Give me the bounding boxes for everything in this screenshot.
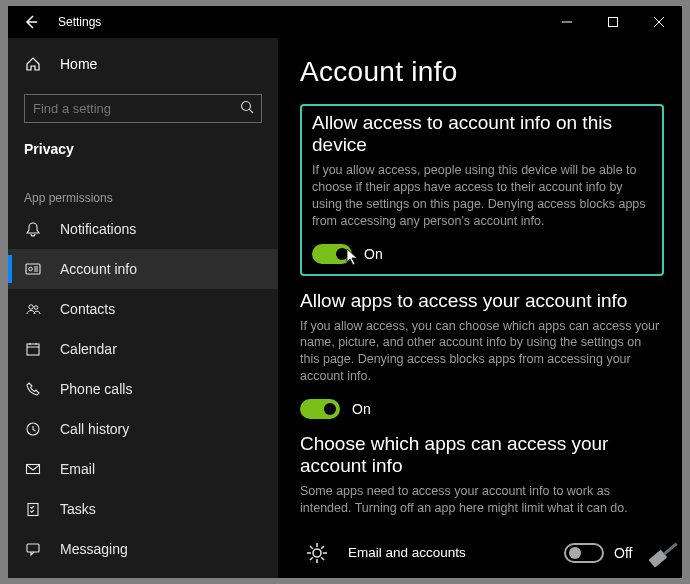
svg-rect-19 xyxy=(28,504,38,516)
app-row: Email and accountsOff xyxy=(300,531,664,575)
close-icon xyxy=(654,17,664,27)
svg-rect-20 xyxy=(27,544,39,552)
home-icon xyxy=(24,55,42,73)
mail-icon xyxy=(24,460,42,478)
sidebar-item-label: Notifications xyxy=(60,221,136,237)
svg-line-29 xyxy=(310,557,313,560)
section3-desc: Some apps need to access your account in… xyxy=(300,483,664,517)
sidebar: Home Privacy App permissions Notificatio… xyxy=(8,38,278,578)
window-controls xyxy=(544,6,682,38)
svg-line-26 xyxy=(310,546,313,549)
svg-line-28 xyxy=(321,546,324,549)
gear-icon xyxy=(300,536,334,570)
app-toggle[interactable] xyxy=(564,543,604,563)
account-icon xyxy=(24,260,42,278)
arrow-left-icon xyxy=(23,14,39,30)
sidebar-item-label: Contacts xyxy=(60,301,115,317)
settings-window: Settings Home xyxy=(8,6,682,578)
section-device-access: Allow access to account info on this dev… xyxy=(300,104,664,276)
sidebar-item-label: Calendar xyxy=(60,341,117,357)
svg-point-7 xyxy=(29,267,33,271)
sidebar-item-tasks[interactable]: Tasks xyxy=(8,489,278,529)
sidebar-item-label: Call history xyxy=(60,421,129,437)
message-icon xyxy=(24,540,42,558)
minimize-button[interactable] xyxy=(544,6,590,38)
svg-rect-13 xyxy=(27,344,39,355)
content-pane: Account info Allow access to account inf… xyxy=(278,38,682,578)
svg-point-4 xyxy=(242,101,251,110)
svg-line-5 xyxy=(249,109,253,113)
svg-point-21 xyxy=(313,549,321,557)
breadcrumb: Privacy xyxy=(8,123,278,165)
sidebar-item-contacts[interactable]: Contacts xyxy=(8,289,278,329)
sidebar-item-call-history[interactable]: Call history xyxy=(8,409,278,449)
search-icon xyxy=(240,100,254,118)
section1-desc: If you allow access, people using this d… xyxy=(312,162,652,230)
sidebar-item-account-info[interactable]: Account info xyxy=(8,249,278,289)
calendar-icon xyxy=(24,340,42,358)
home-label: Home xyxy=(60,56,97,72)
section-app-access: Allow apps to access your account info I… xyxy=(300,290,664,420)
app-access-toggle[interactable] xyxy=(300,399,340,419)
section2-title: Allow apps to access your account info xyxy=(300,290,664,312)
section1-title: Allow access to account info on this dev… xyxy=(312,112,652,156)
back-button[interactable] xyxy=(8,6,54,38)
sidebar-item-label: Tasks xyxy=(60,501,96,517)
svg-point-11 xyxy=(29,305,33,309)
svg-rect-1 xyxy=(609,18,618,27)
sidebar-section-header: App permissions xyxy=(8,165,278,209)
sidebar-item-calendar[interactable]: Calendar xyxy=(8,329,278,369)
tasks-icon xyxy=(24,500,42,518)
titlebar: Settings xyxy=(8,6,682,38)
page-title: Account info xyxy=(300,56,664,88)
search-input[interactable] xyxy=(24,94,262,123)
app-toggle-label: Off xyxy=(614,545,632,561)
app-title: Settings xyxy=(58,15,101,29)
sidebar-item-label: Email xyxy=(60,461,95,477)
nav-list: NotificationsAccount infoContactsCalenda… xyxy=(8,209,278,578)
sidebar-item-notifications[interactable]: Notifications xyxy=(8,209,278,249)
app-name: Email and accounts xyxy=(348,545,550,560)
device-access-toggle[interactable] xyxy=(312,244,352,264)
sidebar-item-email[interactable]: Email xyxy=(8,449,278,489)
app-row: Microsoft ContentOff xyxy=(300,575,664,578)
close-button[interactable] xyxy=(636,6,682,38)
home-nav[interactable]: Home xyxy=(8,44,278,84)
section3-title: Choose which apps can access your accoun… xyxy=(300,433,664,477)
bell-icon xyxy=(24,220,42,238)
svg-point-12 xyxy=(34,306,38,310)
section-choose-apps: Choose which apps can access your accoun… xyxy=(300,433,664,578)
history-icon xyxy=(24,420,42,438)
contacts-icon xyxy=(24,300,42,318)
sidebar-item-label: Account info xyxy=(60,261,137,277)
app-access-toggle-label: On xyxy=(352,401,371,417)
sidebar-item-label: Phone calls xyxy=(60,381,132,397)
maximize-button[interactable] xyxy=(590,6,636,38)
svg-line-27 xyxy=(321,557,324,560)
sidebar-item-phone-calls[interactable]: Phone calls xyxy=(8,369,278,409)
minimize-icon xyxy=(562,17,572,27)
maximize-icon xyxy=(608,17,618,27)
device-access-toggle-label: On xyxy=(364,246,383,262)
sidebar-item-label: Messaging xyxy=(60,541,128,557)
phone-icon xyxy=(24,380,42,398)
section2-desc: If you allow access, you can choose whic… xyxy=(300,318,664,386)
sidebar-item-messaging[interactable]: Messaging xyxy=(8,529,278,569)
